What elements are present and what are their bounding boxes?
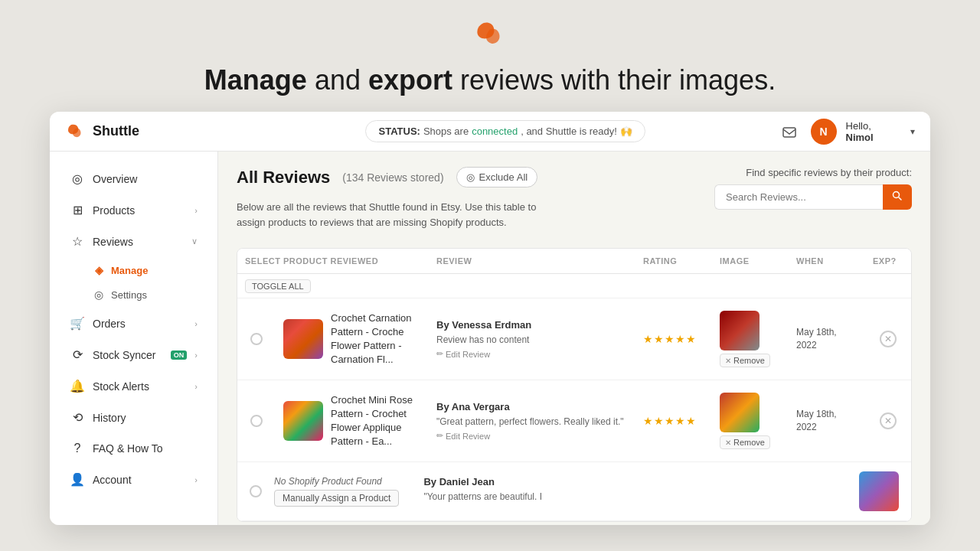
row1-review-text: Review has no content	[436, 334, 628, 347]
row3-select-radio[interactable]	[250, 485, 262, 497]
reviews-count: (134 Reviews stored)	[342, 171, 443, 184]
row1-radio-cell	[237, 330, 276, 348]
reviews-chevron-icon: ∨	[191, 236, 198, 246]
row1-product-cell: Crochet Carnation Pattern - Croche Flowe…	[276, 308, 429, 370]
row1-exp-remove[interactable]: ✕	[880, 331, 897, 347]
sidebar: ◎ Overview ⊞ Products › ☆ Reviews ∨ ◈	[50, 152, 218, 525]
row3-no-product: No Shopify Product Found Manually Assign…	[274, 476, 399, 507]
main-content: All Reviews (134 Reviews stored) ◎ Exclu…	[218, 152, 930, 525]
settings-icon: ◎	[93, 289, 105, 301]
sidebar-item-stock-alerts[interactable]: 🔔 Stock Alerts ›	[54, 371, 213, 401]
faq-icon: ?	[70, 442, 85, 455]
left-col: All Reviews (134 Reviews stored) ◎ Exclu…	[237, 167, 682, 242]
row2-edit-link[interactable]: ✏ Edit Review	[436, 431, 628, 441]
stock-syncer-badge: ON	[171, 350, 188, 360]
search-button[interactable]	[883, 184, 912, 210]
app-body: ◎ Overview ⊞ Products › ☆ Reviews ∨ ◈	[50, 152, 930, 525]
header-right: N Hello, Nimol ▾	[777, 119, 915, 145]
user-menu-chevron[interactable]: ▾	[910, 126, 915, 137]
row1-when-cell: May 18th,2022	[789, 323, 865, 355]
row2-image-cell: ✕ Remove	[712, 390, 789, 452]
account-chevron-icon: ›	[194, 475, 198, 484]
row3-review-image	[859, 471, 899, 511]
row2-product-cell: Crochet Mini Rose Pattern - Crochet Flow…	[276, 390, 429, 452]
col-image: IMAGE	[712, 249, 789, 273]
status-label: STATUS:	[378, 126, 420, 137]
toggle-all-button[interactable]: TOGGLE ALL	[245, 279, 311, 293]
row2-stars: ★★★★★	[643, 415, 697, 427]
description-text: Below are all the reviews that Shuttle f…	[237, 200, 566, 230]
svg-rect-0	[783, 128, 795, 137]
sidebar-item-account[interactable]: 👤 Account ›	[54, 465, 213, 494]
overview-icon: ◎	[70, 171, 85, 186]
row2-author: By Ana Vergara	[436, 401, 628, 412]
row3-author: By Daniel Jean	[423, 476, 847, 487]
row2-exp-remove[interactable]: ✕	[880, 412, 897, 429]
stock-syncer-chevron-icon: ›	[194, 350, 198, 360]
app-header: Shuttle STATUS: Shops are connected , an…	[50, 112, 930, 152]
row3-review-text: "Your patterns are beautiful. I	[423, 491, 847, 504]
user-avatar: N	[811, 119, 837, 145]
hero-title: Manage and export reviews with their ima…	[204, 64, 776, 96]
sidebar-item-manage[interactable]: ◈ Manage	[93, 258, 213, 282]
status-connected: connected	[472, 126, 518, 137]
row2-remove-button[interactable]: ✕ Remove	[720, 435, 770, 449]
col-rating: RATING	[635, 249, 712, 273]
table-row: Crochet Mini Rose Pattern - Crochet Flow…	[237, 380, 911, 462]
table-row: Crochet Carnation Pattern - Croche Flowe…	[237, 298, 911, 380]
reviews-header: All Reviews (134 Reviews stored) ◎ Exclu…	[237, 167, 682, 187]
search-label: Find specific reviews by their product:	[746, 167, 912, 178]
assign-product-button[interactable]: Manually Assign a Product	[274, 490, 399, 507]
row1-edit-link[interactable]: ✏ Edit Review	[436, 349, 628, 359]
row2-product-name: Crochet Mini Rose Pattern - Crochet Flow…	[331, 393, 421, 449]
col-product: PRODUCT REVIEWED	[276, 249, 429, 273]
right-col: Find specific reviews by their product:	[682, 167, 912, 210]
page-title: All Reviews	[237, 168, 330, 187]
edit-icon: ✏	[436, 349, 443, 359]
products-chevron-icon: ›	[194, 206, 198, 215]
sidebar-item-overview[interactable]: ◎ Overview	[54, 164, 213, 194]
row2-select-radio[interactable]	[250, 415, 263, 427]
reviews-submenu: ◈ Manage ◎ Settings	[50, 258, 217, 307]
row2-radio-cell	[237, 412, 276, 430]
sidebar-item-settings[interactable]: ◎ Settings	[93, 282, 213, 307]
sidebar-item-reviews[interactable]: ☆ Reviews ∨	[54, 227, 213, 256]
row1-stars: ★★★★★	[643, 333, 697, 345]
row2-exp-cell: ✕	[865, 409, 911, 432]
col-exp: EXP?	[865, 249, 911, 273]
top-section: All Reviews (134 Reviews stored) ◎ Exclu…	[237, 167, 912, 242]
app-window: Shuttle STATUS: Shops are connected , an…	[50, 112, 930, 525]
history-icon: ⟲	[70, 410, 85, 425]
row2-when-cell: May 18th,2022	[789, 405, 865, 437]
sidebar-item-history[interactable]: ⟲ History	[54, 403, 213, 432]
row1-product-name: Crochet Carnation Pattern - Croche Flowe…	[331, 311, 421, 367]
exclude-icon: ◎	[466, 171, 475, 183]
sidebar-item-orders[interactable]: 🛒 Orders ›	[54, 308, 213, 338]
col-when: WHEN	[789, 249, 865, 273]
no-shopify-label: No Shopify Product Found	[274, 476, 399, 487]
edit-icon: ✏	[436, 431, 443, 441]
svg-point-1	[893, 192, 900, 198]
manage-icon: ◈	[93, 264, 105, 276]
sidebar-item-products[interactable]: ⊞ Products ›	[54, 195, 213, 225]
row2-review-image	[720, 393, 760, 432]
header-status: STATUS: Shops are connected , and Shuttl…	[234, 120, 777, 142]
row1-rating-cell: ★★★★★	[635, 330, 712, 348]
account-icon: 👤	[70, 472, 85, 487]
sidebar-item-stock-syncer[interactable]: ⟳ Stock Syncer ON ›	[54, 340, 213, 370]
row2-product-thumbnail	[283, 401, 323, 441]
sidebar-item-faq[interactable]: ? FAQ & How To	[54, 434, 213, 463]
orders-chevron-icon: ›	[194, 319, 198, 328]
row2-rating-cell: ★★★★★	[635, 412, 712, 430]
col-select: SELECT	[237, 249, 276, 273]
stock-alerts-chevron-icon: ›	[194, 382, 198, 391]
notification-icon[interactable]	[777, 119, 802, 144]
row2-review-cell: By Ana Vergara "Great pattern, perfect f…	[429, 398, 635, 445]
exclude-all-button[interactable]: ◎ Exclude All	[456, 167, 538, 187]
search-input[interactable]	[714, 184, 883, 210]
row1-remove-button[interactable]: ✕ Remove	[720, 354, 770, 367]
row1-author: By Venessa Erdman	[436, 319, 628, 331]
row1-select-radio[interactable]	[250, 333, 263, 345]
table-header: SELECT PRODUCT REVIEWED REVIEW RATING IM…	[237, 249, 911, 274]
logo-text: Shuttle	[93, 123, 139, 139]
